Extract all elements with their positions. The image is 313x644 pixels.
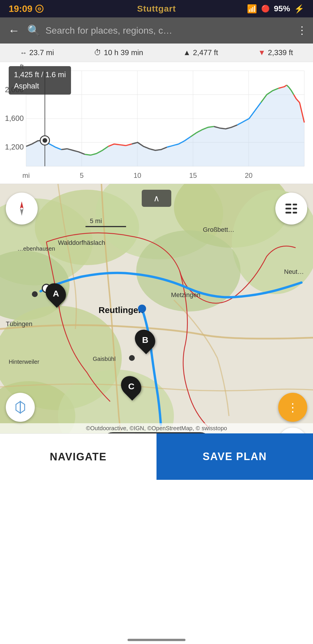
distance-icon: ↔ (20, 49, 27, 57)
clock-icon: ⏱ (94, 48, 101, 57)
save-plan-button[interactable]: SAVE PLAN (156, 433, 313, 480)
svg-text:Reutlingen: Reutlingen (99, 305, 143, 315)
back-button[interactable]: ← (6, 22, 22, 39)
map-area[interactable]: Walddorfhäslach Großbett… Metzingen Reut… (0, 184, 313, 480)
tooltip-line2: Asphalt (14, 80, 66, 92)
stat-ascent: ▲ 2,477 ft (183, 48, 218, 57)
svg-marker-26 (20, 201, 23, 209)
more-icon: ⋮ (287, 401, 299, 414)
waypoint-marker-a[interactable]: A (46, 283, 65, 304)
descent-icon: ▼ (258, 48, 266, 57)
collapse-button[interactable]: ∧ (142, 190, 171, 207)
duration-value: 10 h 39 min (104, 48, 143, 57)
legend-icon (284, 201, 299, 216)
status-time: 19:09 ⊖ (9, 3, 43, 14)
elevation-panel[interactable]: 1,425 ft / 1.6 mi Asphalt (0, 62, 313, 184)
svg-rect-33 (293, 212, 297, 214)
status-icons: 📶 🔴 95% ⚡ (247, 4, 304, 14)
tooltip-line1: 1,425 ft / 1.6 mi (14, 69, 66, 80)
legend-button[interactable] (275, 193, 307, 225)
search-icon: 🔍 (27, 24, 40, 37)
signal-icon: 🔴 (261, 5, 270, 13)
waypoint-marker-b[interactable]: B (136, 329, 154, 351)
navigate-button[interactable]: NAVIGATE (0, 433, 156, 480)
waypoint-marker-c[interactable]: C (122, 375, 141, 397)
wifi-icon: 📶 (247, 4, 257, 14)
svg-text:5 mi: 5 mi (90, 217, 102, 225)
search-bar: ← 🔍 Search for places, regions, c… ⋮ (0, 17, 313, 44)
elevation-tooltip: 1,425 ft / 1.6 mi Asphalt (9, 66, 71, 95)
descent-value: 2,339 ft (268, 48, 293, 57)
ascent-icon: ▲ (183, 48, 191, 57)
svg-marker-27 (20, 209, 23, 216)
overflow-menu-icon[interactable]: ⋮ (297, 24, 307, 37)
ascent-value: 2,477 ft (193, 48, 218, 57)
svg-rect-20 (85, 226, 126, 227)
map-type-icon (13, 400, 28, 415)
compass-button[interactable] (6, 193, 38, 225)
charging-icon: ⚡ (294, 4, 304, 14)
svg-text:Walddorfhäslach: Walddorfhäslach (58, 239, 105, 246)
battery-level: 95% (274, 4, 290, 13)
time-display: 19:09 (9, 3, 32, 14)
dnd-icon: ⊖ (35, 5, 43, 13)
svg-text:Gaisbühl: Gaisbühl (93, 356, 116, 362)
stat-duration: ⏱ 10 h 39 min (94, 48, 143, 57)
bottom-bar: NAVIGATE SAVE PLAN (0, 433, 313, 480)
compass-icon (13, 200, 30, 217)
home-indicator (128, 639, 185, 641)
distance-value: 23.7 mi (29, 48, 54, 57)
stats-bar: ↔ 23.7 mi ⏱ 10 h 39 min ▲ 2,477 ft ▼ 2,3… (0, 44, 313, 62)
svg-rect-30 (285, 212, 291, 214)
svg-point-24 (138, 305, 146, 313)
map-type-button[interactable] (6, 393, 35, 422)
search-input-display[interactable]: Search for places, regions, c… (46, 25, 292, 36)
copyright-text: ©Outdooractive, ©IGN, ©OpenStreetMap, © … (0, 423, 313, 433)
more-options-button[interactable]: ⋮ (278, 393, 307, 422)
svg-rect-29 (285, 208, 291, 209)
svg-text:Großbett…: Großbett… (203, 226, 234, 233)
svg-rect-31 (293, 204, 297, 205)
svg-text:…ebenhausen: …ebenhausen (17, 245, 55, 252)
svg-marker-38 (20, 401, 25, 413)
svg-rect-32 (293, 208, 297, 209)
stat-distance: ↔ 23.7 mi (20, 48, 54, 57)
svg-point-25 (129, 355, 135, 361)
svg-point-23 (32, 291, 38, 297)
svg-text:Metzingen: Metzingen (171, 291, 201, 299)
svg-marker-37 (16, 401, 20, 413)
status-bar: 19:09 ⊖ Stuttgart 📶 🔴 95% ⚡ (0, 0, 313, 17)
marker-b-label: B (142, 335, 148, 345)
marker-a-label: A (53, 289, 59, 299)
svg-rect-28 (285, 204, 291, 205)
svg-text:Tübingen: Tübingen (6, 320, 32, 328)
svg-text:Neut…: Neut… (284, 268, 304, 275)
stat-descent: ▼ 2,339 ft (258, 48, 293, 57)
city-label: Stuttgart (137, 4, 176, 14)
marker-c-label: C (128, 381, 134, 391)
svg-text:Hinterweiler: Hinterweiler (9, 359, 39, 365)
